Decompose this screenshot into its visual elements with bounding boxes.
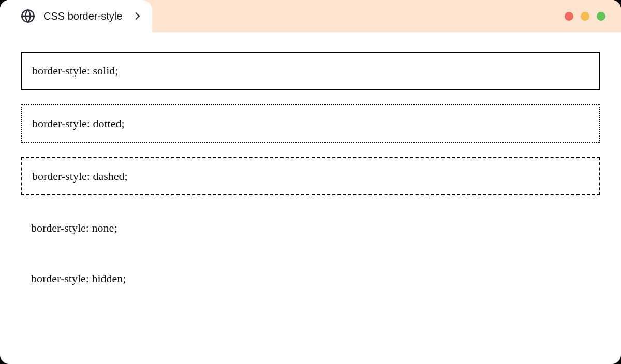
maximize-icon[interactable]: [597, 12, 605, 21]
browser-tab[interactable]: CSS border-style: [0, 0, 152, 32]
globe-icon: [21, 9, 35, 23]
example-label: border-style: dashed;: [32, 170, 128, 183]
border-example-solid: border-style: solid;: [21, 52, 600, 90]
border-example-dashed: border-style: dashed;: [21, 157, 600, 195]
titlebar: CSS border-style: [0, 0, 621, 32]
content-area: border-style: solid; border-style: dotte…: [0, 32, 621, 316]
example-label: border-style: hidden;: [31, 272, 126, 285]
border-example-hidden: border-style: hidden;: [21, 261, 600, 297]
border-example-dotted: border-style: dotted;: [21, 104, 600, 143]
chevron-right-icon: [132, 12, 140, 20]
example-label: border-style: solid;: [32, 64, 118, 77]
window-controls: [565, 12, 605, 21]
border-example-none: border-style: none;: [21, 210, 600, 246]
minimize-icon[interactable]: [581, 12, 589, 21]
browser-window: CSS border-style border-style: solid; bo…: [0, 0, 621, 364]
example-label: border-style: none;: [31, 221, 117, 234]
tab-title: CSS border-style: [43, 10, 122, 22]
close-icon[interactable]: [565, 12, 573, 21]
example-label: border-style: dotted;: [32, 117, 125, 130]
